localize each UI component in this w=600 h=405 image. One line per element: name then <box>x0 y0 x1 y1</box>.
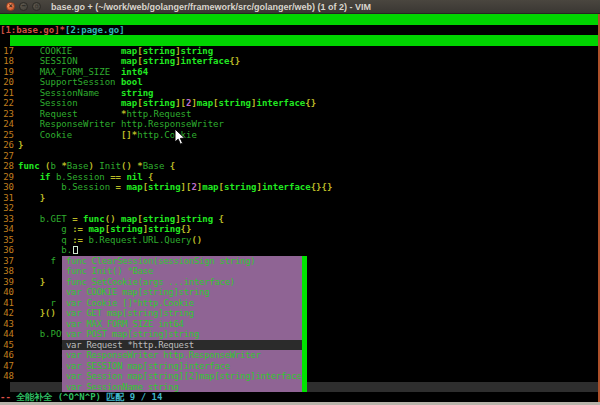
buffer-tab-base-go[interactable]: [1:base.go]* <box>0 25 65 35</box>
completion-item-selected[interactable]: var Request *http.Request <box>62 340 307 351</box>
code-text: MAX_FORM_SIZE int64 <box>18 67 148 78</box>
text-cursor <box>73 246 78 254</box>
completion-item[interactable]: var POST map[string]string <box>62 329 307 340</box>
line-number: 35 <box>0 235 14 246</box>
line-number: 44 <box>0 329 14 340</box>
code-text: Session map[string][2]map[string]interfa… <box>18 98 316 109</box>
completion-item[interactable]: var SESSION map[string]interface <box>62 361 307 372</box>
completion-item[interactable]: var GET map[string]string <box>62 308 307 319</box>
code-text: c <box>18 350 67 361</box>
line-number: 48 <box>0 371 14 382</box>
code-line[interactable]: 31 } <box>0 193 598 204</box>
line-number: 33 <box>0 214 14 225</box>
buffer-tab-page-go[interactable]: [2:page.go] <box>65 25 125 35</box>
code-line[interactable]: 30 b.Session = map[string][2]map[string]… <box>0 182 598 193</box>
completion-popup: func ClearSession(sessionSign string)fun… <box>62 256 307 393</box>
popup-scrollbar[interactable] <box>302 256 307 393</box>
line-number: 45 <box>0 340 14 351</box>
code-text: ResponseWriter http.ResponseWriter <box>18 119 224 130</box>
line-number: 19 <box>0 67 14 78</box>
line-number: 21 <box>0 88 14 99</box>
mode-dashes: -- <box>0 392 11 402</box>
completion-item[interactable]: var Session map[string][2]map[string]int… <box>62 371 307 382</box>
code-line[interactable]: 20 SupportSession bool <box>0 77 598 88</box>
line-number: 41 <box>0 298 14 309</box>
line-number: 18 <box>0 56 14 67</box>
code-text: } <box>18 193 45 204</box>
code-line[interactable]: 34 g := map[string]string{} <box>0 224 598 235</box>
code-text: } <box>18 277 45 288</box>
window-title: base.go + (~/work/web/golanger/framework… <box>51 2 371 12</box>
code-text: Cookie []*http.Cookie <box>18 130 197 141</box>
line-number: 17 <box>0 46 14 57</box>
completion-item[interactable]: var MAX_FORM_SIZE int64 <box>62 319 307 330</box>
completion-item[interactable]: func Init() *Base <box>62 266 307 277</box>
code-line[interactable]: 25 Cookie []*http.Cookie <box>0 130 598 141</box>
code-line[interactable]: 17 COOKIE map[string]string <box>0 46 598 57</box>
close-button[interactable]: × <box>6 2 15 11</box>
code-text: Request *http.Request <box>18 109 191 120</box>
completion-item[interactable]: var Cookie []*http.Cookie <box>62 298 307 309</box>
mouse-pointer <box>174 128 186 146</box>
code-text: c <box>18 340 67 351</box>
code-line[interactable]: 32 <box>0 203 598 214</box>
code-line[interactable]: 35 q := b.Request.URL.Query() <box>0 235 598 246</box>
code-line[interactable]: 19 MAX_FORM_SIZE int64 <box>0 67 598 78</box>
minimize-button[interactable]: − <box>19 2 28 11</box>
line-number: 24 <box>0 119 14 130</box>
command-line: -- 全能补全 (^O^N^P) 匹配 9 / 14 <box>0 392 598 402</box>
completion-item[interactable]: var ResponseWriter http.ResponseWriter <box>62 350 307 361</box>
titlebar[interactable]: × − ▫ base.go + (~/work/web/golanger/fra… <box>0 0 600 14</box>
line-number: 46 <box>0 350 14 361</box>
code-line[interactable]: 24 ResponseWriter http.ResponseWriter <box>0 119 598 130</box>
code-text: COOKIE map[string]string <box>18 46 213 57</box>
code-text: i <box>18 361 67 372</box>
completion-list: func ClearSession(sessionSign string)fun… <box>62 256 307 393</box>
code-line[interactable]: 36 b. <box>0 245 598 256</box>
terminal-area: 2+ base.go [1:base.go]*[2:page.go] 8 -Mi… <box>0 14 600 402</box>
maximize-button[interactable]: ▫ <box>32 2 41 11</box>
completion-item[interactable]: var SessionName string <box>62 382 307 393</box>
code-line[interactable]: 21 SessionName string <box>0 88 598 99</box>
completion-item[interactable]: func SetCookie(args ...interface) <box>62 277 307 288</box>
code-line[interactable]: 33 b.GET = func() map[string]string { <box>0 214 598 225</box>
line-number: 34 <box>0 224 14 235</box>
code-line[interactable]: 22 Session map[string][2]map[string]inte… <box>0 98 598 109</box>
line-number: 26 <box>0 140 14 151</box>
code-line[interactable]: 26} <box>0 140 598 151</box>
line-number: 36 <box>0 245 14 256</box>
line-number: 29 <box>0 172 14 183</box>
minimize-icon: − <box>20 2 27 11</box>
minibufexplorer-buffer-list: [1:base.go]*[2:page.go] <box>0 25 598 36</box>
line-number: 43 <box>0 319 14 330</box>
code-text: if b.Session == nil { <box>18 172 154 183</box>
code-text: SessionName string <box>18 88 153 99</box>
line-number: 28 <box>0 161 14 172</box>
line-number: 31 <box>0 193 14 204</box>
code-text: func (b *Base) Init() *Base { <box>18 161 175 172</box>
minibuf-statusline: 8 -MiniBufExplorer- [-] [none,utf-8,unix… <box>0 35 598 46</box>
code-text: SupportSession bool <box>18 77 143 88</box>
code-line[interactable]: 28func (b *Base) Init() *Base { <box>0 161 598 172</box>
line-number: 23 <box>0 109 14 120</box>
code-text: r <box>18 298 56 309</box>
code-line[interactable]: 29 if b.Session == nil { <box>0 172 598 183</box>
code-line[interactable]: 27 <box>0 151 598 162</box>
completion-item[interactable]: func ClearSession(sessionSign string) <box>62 256 307 267</box>
code-text: b. <box>18 245 78 256</box>
code-text: b.GET = func() map[string]string { <box>18 214 224 225</box>
code-text: }() <box>18 308 56 319</box>
code-line[interactable]: 23 Request *http.Request <box>0 109 598 120</box>
completion-item[interactable]: var COOKIE map[string]string <box>62 287 307 298</box>
code-text: } <box>18 140 23 151</box>
line-number: 42 <box>0 308 14 319</box>
vim-window: × − ▫ base.go + (~/work/web/golanger/fra… <box>0 0 600 405</box>
line-number: 25 <box>0 130 14 141</box>
match-count-message: 匹配 9 / 14 <box>106 392 162 402</box>
line-number: 20 <box>0 77 14 88</box>
maximize-icon: ▫ <box>33 2 40 11</box>
line-number: 37 <box>0 256 14 267</box>
line-number: 30 <box>0 182 14 193</box>
code-line[interactable]: 18 SESSION map[string]interface{} <box>0 56 598 67</box>
line-number: 27 <box>0 151 14 162</box>
